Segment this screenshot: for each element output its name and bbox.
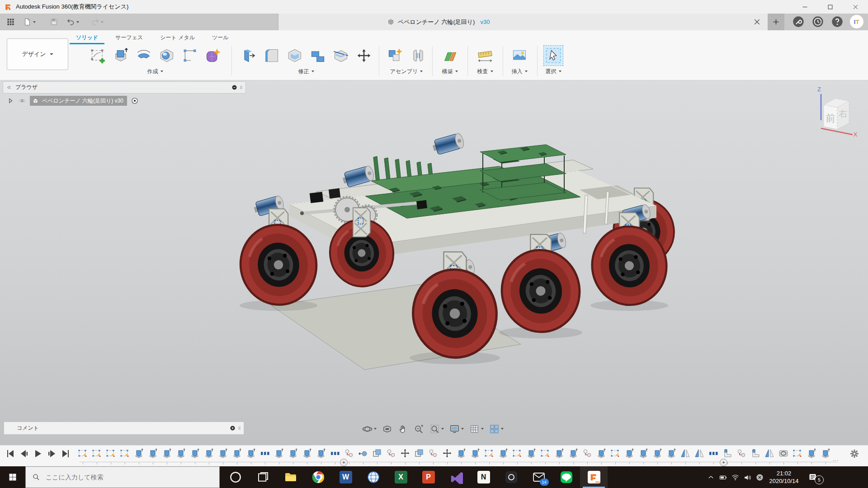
maximize-button[interactable]: [817, 0, 843, 14]
ribbon-group-label[interactable]: 作成: [80, 66, 231, 76]
timeline-joint-feature[interactable]: [582, 448, 593, 459]
timeline-extrude-feature[interactable]: [638, 448, 649, 459]
ribbon-group-label[interactable]: 挿入: [503, 66, 536, 76]
r-move-button[interactable]: [354, 46, 373, 66]
user-avatar[interactable]: IT: [850, 15, 863, 28]
grid-settings-button[interactable]: [468, 423, 485, 435]
browser-root-row[interactable]: ペペロンチーノ 六輪(足回り) v30: [6, 95, 139, 106]
timeline-extrude-feature[interactable]: [316, 448, 326, 459]
job-status-button[interactable]: [811, 15, 824, 28]
taskbar-app-file-explorer[interactable]: [277, 466, 304, 488]
timeline-mirror-feature[interactable]: [414, 448, 425, 459]
tray-battery-icon[interactable]: [719, 473, 727, 482]
timeline-extrude-feature[interactable]: [526, 448, 537, 459]
panel-minus-icon[interactable]: [231, 84, 238, 91]
ribbon-group-label[interactable]: 検査: [468, 66, 502, 76]
timeline-mirror-tri-feature[interactable]: [680, 448, 691, 459]
timeline-sketch-feature[interactable]: [792, 448, 803, 459]
activate-component-icon[interactable]: [131, 97, 139, 105]
timeline-extrude-feature[interactable]: [302, 448, 312, 459]
timeline-extrude-feature[interactable]: [554, 448, 565, 459]
3d-viewport[interactable]: ブラウザ ペペロンチーノ 六輪(足回り) v30 前 右 Z X コメント: [0, 80, 868, 445]
workspace-selector[interactable]: デザイン: [7, 38, 68, 70]
r-newcomp-button[interactable]: [386, 46, 405, 66]
undo-button[interactable]: [64, 14, 81, 30]
step-forward-button[interactable]: [47, 448, 57, 459]
timeline-flange-feature[interactable]: [750, 448, 761, 459]
timeline-extrude-feature[interactable]: [133, 448, 144, 459]
r-pattern-button[interactable]: [180, 46, 199, 66]
taskbar-app-notion[interactable]: N: [470, 466, 497, 488]
r-joint-button[interactable]: [409, 46, 428, 66]
timeline-mirror-tri-feature[interactable]: [764, 448, 775, 459]
timeline-extrude-feature[interactable]: [147, 448, 158, 459]
taskbar-search[interactable]: [25, 466, 220, 488]
timeline-sketch-feature[interactable]: [484, 448, 495, 459]
extensions-button[interactable]: [792, 15, 805, 28]
look-at-button[interactable]: [381, 423, 394, 435]
viewports-button[interactable]: [488, 423, 505, 435]
r-shell-button[interactable]: [285, 46, 304, 66]
timeline-move-feature[interactable]: [400, 448, 410, 459]
r-fillet-button[interactable]: [262, 46, 281, 66]
timeline-sketch-feature[interactable]: [105, 448, 116, 459]
close-button[interactable]: [843, 0, 868, 14]
ribbon-tab-0[interactable]: ソリッド: [76, 34, 98, 42]
tray-chevron-up-icon[interactable]: [707, 473, 715, 482]
tray-wifi-icon[interactable]: [731, 473, 740, 482]
r-select-button[interactable]: [544, 46, 563, 66]
timeline-extrude-feature[interactable]: [470, 448, 481, 459]
timeline-extrude-feature[interactable]: [231, 448, 242, 459]
ribbon-tab-3[interactable]: ツール: [212, 34, 229, 42]
taskbar-app-fusion-360[interactable]: 360: [580, 466, 608, 488]
timeline-extrude-feature[interactable]: [175, 448, 186, 459]
timeline-settings-button[interactable]: [849, 448, 860, 459]
taskbar-app-mail[interactable]: 14: [525, 466, 552, 488]
document-tab[interactable]: ペペロンチーノ 六輪(足回り) v30: [278, 14, 768, 30]
action-center-button[interactable]: 5: [806, 466, 826, 488]
add-comment-icon[interactable]: [229, 425, 236, 432]
timeline-extrude-feature[interactable]: [203, 448, 214, 459]
r-extrude-button[interactable]: [111, 46, 130, 66]
collapse-panel-icon[interactable]: [6, 84, 13, 91]
orbit-button[interactable]: [361, 423, 378, 435]
visibility-eye-icon[interactable]: [18, 97, 26, 105]
redo-button[interactable]: [89, 14, 106, 30]
taskbar-app-excel[interactable]: X: [387, 466, 415, 488]
timeline-sketch-feature[interactable]: [610, 448, 621, 459]
r-plane-button[interactable]: [440, 46, 459, 66]
taskbar-app-cortana[interactable]: [222, 466, 249, 488]
comment-grip-icon[interactable]: [236, 425, 243, 432]
close-tab-button[interactable]: [752, 17, 762, 27]
go-to-end-button[interactable]: [61, 448, 71, 459]
save-button[interactable]: [47, 14, 61, 30]
timeline-sketch-feature[interactable]: [512, 448, 523, 459]
timeline-sketch-feature[interactable]: [119, 448, 130, 459]
timeline-pattern-feature[interactable]: [330, 448, 340, 459]
timeline-sketch-feature[interactable]: [91, 448, 102, 459]
minimize-button[interactable]: [792, 0, 817, 14]
timeline-link-feature[interactable]: [778, 448, 789, 459]
r-split-button[interactable]: [331, 46, 350, 66]
timeline-mirror-feature[interactable]: [372, 448, 382, 459]
start-button[interactable]: [0, 466, 25, 488]
ribbon-group-label[interactable]: 修正: [234, 66, 378, 76]
timeline-mirror-tri-feature[interactable]: [694, 448, 705, 459]
timeline-joint-feature[interactable]: [428, 448, 439, 459]
app-grid-button[interactable]: [4, 14, 17, 30]
timeline-extrude-feature[interactable]: [189, 448, 200, 459]
step-back-button[interactable]: [19, 448, 29, 459]
new-tab-button[interactable]: [768, 14, 784, 30]
timeline-extrude-feature[interactable]: [568, 448, 579, 459]
display-settings-button[interactable]: [448, 423, 465, 435]
timeline-move-feature[interactable]: [442, 448, 453, 459]
timeline-flange-feature[interactable]: [722, 448, 733, 459]
timeline-joint-feature[interactable]: [736, 448, 747, 459]
r-revolve-button[interactable]: [134, 46, 153, 66]
ribbon-group-label[interactable]: 構築: [433, 66, 467, 76]
timeline-extrude-feature[interactable]: [456, 448, 467, 459]
timeline-sketch-feature[interactable]: [540, 448, 551, 459]
view-cube[interactable]: 前 右 Z X: [807, 84, 864, 141]
timeline-joint-feature[interactable]: [386, 448, 396, 459]
comment-panel[interactable]: コメント: [4, 422, 244, 435]
